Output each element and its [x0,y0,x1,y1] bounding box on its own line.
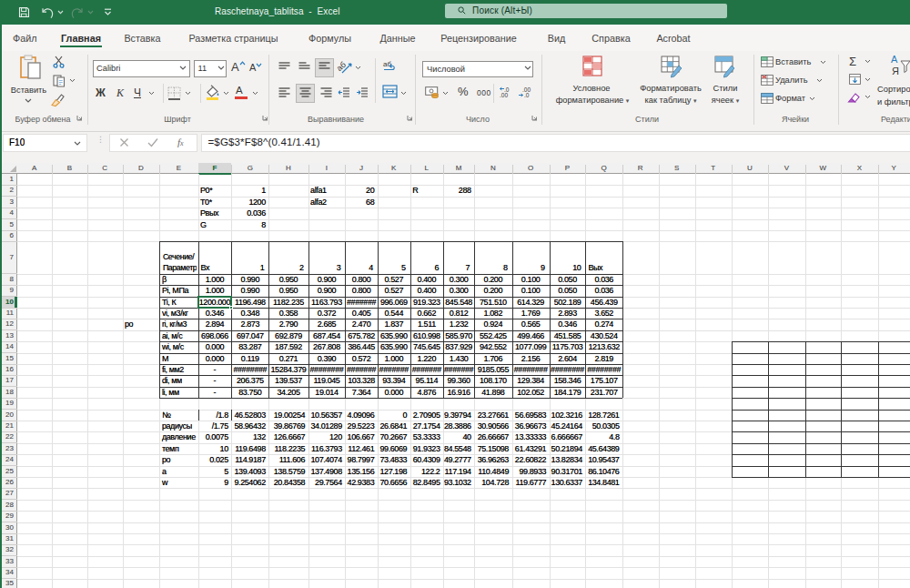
svg-text:.00: .00 [500,92,508,98]
svg-text:.0: .0 [524,92,530,98]
